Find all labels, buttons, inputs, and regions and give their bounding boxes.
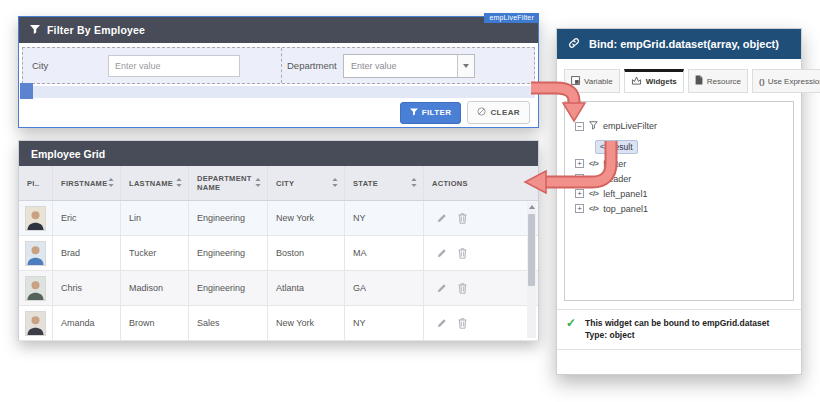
tab-variable[interactable]: Variable — [564, 69, 620, 93]
cell-city: Atlanta — [268, 271, 345, 305]
funnel-outline-icon — [589, 121, 598, 132]
sort-icon[interactable] — [176, 178, 182, 189]
status-line-1: This widget can be bound to empGrid.data… — [585, 318, 769, 330]
expand-icon[interactable]: + — [575, 189, 584, 198]
screenshot-canvas: empLiveFilter Filter By Employee City De… — [0, 0, 820, 402]
code-tag-icon: </> — [589, 204, 598, 213]
delete-trash-icon[interactable] — [458, 318, 467, 329]
expand-icon[interactable]: + — [575, 159, 584, 168]
tree-node-top-panel[interactable]: + </> top_panel1 — [575, 202, 783, 216]
delete-trash-icon[interactable] — [458, 213, 467, 224]
grid-scrollbar[interactable] — [527, 202, 536, 338]
cell-lastname: Tucker — [121, 236, 189, 270]
code-brackets-icon: <> — [600, 142, 608, 151]
cell-lastname: Brown — [121, 306, 189, 340]
code-tag-icon: </> — [589, 189, 598, 198]
chevron-down-icon[interactable] — [457, 55, 474, 77]
employee-photo — [25, 206, 46, 231]
bind-dialog-footer — [557, 350, 801, 374]
department-label: Department — [287, 60, 341, 71]
cell-state: NY — [345, 201, 424, 235]
cell-department: Sales — [189, 306, 268, 340]
column-header-state[interactable]: STATE — [345, 166, 424, 200]
collapse-icon[interactable]: − — [575, 122, 584, 131]
sort-icon[interactable] — [108, 178, 114, 189]
tree-node-header[interactable]: + </> header — [575, 172, 783, 186]
grid-title: Employee Grid — [19, 141, 538, 166]
cell-firstname: Chris — [53, 271, 121, 305]
table-row[interactable]: Chris Madison Engineering Atlanta GA — [19, 271, 538, 306]
employee-photo — [25, 276, 46, 301]
edit-pencil-icon[interactable] — [437, 213, 447, 223]
scrollbar-thumb[interactable] — [528, 214, 535, 286]
bind-dialog-header: Bind: empGrid.dataset(array, object) — [557, 29, 801, 59]
sort-icon[interactable] — [332, 178, 338, 189]
cell-city: Boston — [268, 236, 345, 270]
city-input[interactable] — [108, 55, 240, 77]
grid-column-headers: PI.. FIRSTNAME LASTNAME DEPARTMENT NAME … — [19, 166, 538, 201]
column-header-city[interactable]: CITY — [268, 166, 345, 200]
cell-firstname: Amanda — [53, 306, 121, 340]
code-tag-icon: </> — [589, 159, 598, 168]
bind-tab-bar: Variable Widgets Resource ( ) Use Expres… — [557, 59, 801, 93]
filter-panel-title: Filter By Employee — [47, 24, 145, 36]
check-icon: ✓ — [566, 318, 576, 329]
cell-department: Engineering — [189, 236, 268, 270]
filter-by-employee-panel: empLiveFilter Filter By Employee City De… — [18, 16, 539, 128]
filter-button[interactable]: FILTER — [400, 102, 462, 124]
expand-icon[interactable]: + — [575, 204, 584, 213]
department-select-value: Enter value — [344, 61, 457, 71]
department-field-group: Department Enter value — [281, 48, 534, 83]
sort-icon[interactable] — [255, 178, 261, 189]
resize-handle[interactable] — [20, 83, 33, 99]
edit-pencil-icon[interactable] — [437, 248, 447, 258]
filter-form-area: City Department Enter value — [22, 47, 535, 84]
status-line-2: Type: object — [585, 330, 769, 342]
table-row[interactable]: Brad Tucker Engineering Boston MA — [19, 236, 538, 271]
filter-funnel-icon — [30, 24, 40, 36]
tab-resource[interactable]: Resource — [688, 69, 748, 93]
department-select[interactable]: Enter value — [343, 54, 475, 78]
city-label: City — [32, 60, 108, 71]
cell-state: NY — [345, 306, 424, 340]
widget-tree: − empLiveFilter <> result + </> footer +… — [564, 101, 794, 301]
tree-node-emplivefilter[interactable]: − empLiveFilter — [575, 119, 783, 133]
city-field-group: City — [23, 48, 281, 83]
delete-trash-icon[interactable] — [458, 248, 467, 259]
clear-button[interactable]: CLEAR — [467, 101, 530, 124]
edit-pencil-icon[interactable] — [437, 318, 447, 328]
tree-node-result[interactable]: <> result — [595, 135, 783, 154]
edit-pencil-icon[interactable] — [437, 283, 447, 293]
sort-icon[interactable] — [411, 178, 417, 189]
employee-photo — [25, 311, 46, 336]
tab-use-expression[interactable]: ( ) Use Expression — [752, 69, 820, 93]
tree-node-left-panel[interactable]: + </> left_panel1 — [575, 187, 783, 201]
expand-icon[interactable]: + — [575, 174, 584, 183]
filter-button-label: FILTER — [422, 108, 452, 117]
cell-state: GA — [345, 271, 424, 305]
tree-node-footer[interactable]: + </> footer — [575, 157, 783, 171]
tab-widgets[interactable]: Widgets — [624, 69, 684, 93]
widget-name-badge: empLiveFilter — [484, 13, 539, 23]
variable-icon — [571, 76, 580, 87]
bind-dialog-panel: Bind: empGrid.dataset(array, object) Var… — [556, 28, 802, 375]
table-row[interactable]: Amanda Brown Sales New York NY — [19, 306, 538, 341]
column-header-firstname[interactable]: FIRSTNAME — [53, 166, 121, 200]
clear-ban-icon — [477, 107, 486, 118]
chain-link-icon — [567, 36, 581, 52]
cell-department: Engineering — [189, 271, 268, 305]
clear-button-label: CLEAR — [490, 108, 520, 117]
column-header-department[interactable]: DEPARTMENT NAME — [189, 166, 268, 200]
widgets-crown-icon — [631, 76, 642, 87]
scroll-up-icon[interactable] — [529, 205, 535, 209]
filter-button-row: FILTER CLEAR — [19, 98, 538, 127]
employee-photo — [25, 241, 46, 266]
delete-trash-icon[interactable] — [458, 283, 467, 294]
column-header-lastname[interactable]: LASTNAME — [121, 166, 189, 200]
cell-firstname: Eric — [53, 201, 121, 235]
cell-city: New York — [268, 201, 345, 235]
table-row[interactable]: Eric Lin Engineering New York NY — [19, 201, 538, 236]
cell-city: New York — [268, 306, 345, 340]
cell-firstname: Brad — [53, 236, 121, 270]
column-header-picture[interactable]: PI.. — [19, 166, 53, 200]
